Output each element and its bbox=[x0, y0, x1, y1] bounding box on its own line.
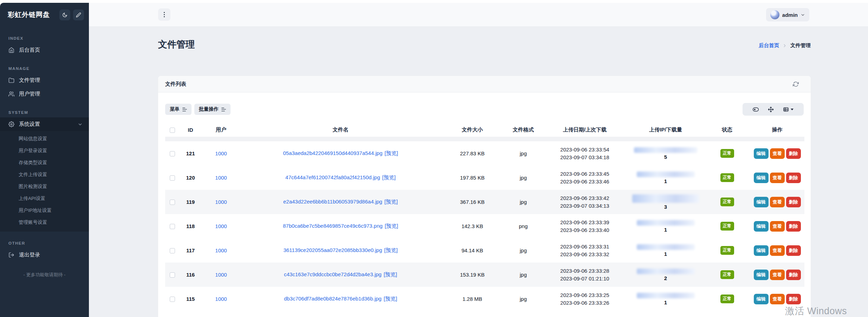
delete-button[interactable]: 删除 bbox=[786, 270, 801, 280]
view-button[interactable]: 查看 bbox=[770, 294, 785, 304]
status-badge: 正常 bbox=[720, 246, 734, 255]
kebab-menu-button[interactable] bbox=[158, 8, 170, 21]
sidebar-item-logout[interactable]: 退出登录 bbox=[0, 248, 89, 262]
sidebar-subitem[interactable]: 文件上传设置 bbox=[0, 169, 89, 181]
download-count: 5 bbox=[627, 154, 704, 160]
column-header: 上传日期/上次下载 bbox=[543, 123, 627, 137]
column-header: 操作 bbox=[750, 123, 804, 137]
preview-link[interactable]: [预览] bbox=[382, 174, 396, 180]
brand-logo: 彩虹外链网盘 bbox=[8, 10, 57, 19]
file-table: ID用户文件名文件大小文件格式上传日期/上次下载上传IP/下载量状态操作 121… bbox=[165, 123, 804, 311]
home-icon bbox=[8, 47, 14, 53]
sidebar-item-gear[interactable]: 系统设置 bbox=[0, 117, 89, 131]
upload-dates: 2023-09-06 23:33:452023-09-06 23:33:46 bbox=[543, 166, 627, 190]
batch-actions-button[interactable]: 批量操作 bbox=[194, 104, 231, 115]
preview-link[interactable]: [预览] bbox=[384, 199, 398, 205]
file-format: jpg bbox=[504, 238, 543, 263]
toggle-columns-button[interactable] bbox=[748, 106, 763, 112]
view-button[interactable]: 查看 bbox=[770, 270, 785, 280]
delete-button[interactable]: 删除 bbox=[786, 148, 801, 159]
sidebar-subitem[interactable]: 存储类型设置 bbox=[0, 157, 89, 169]
sidebar-subitem[interactable]: 用户登录设置 bbox=[0, 145, 89, 157]
view-button[interactable]: 查看 bbox=[770, 221, 785, 232]
edit-button[interactable]: 编辑 bbox=[754, 197, 769, 207]
user-link[interactable]: 1000 bbox=[215, 272, 227, 278]
sidebar-subitem[interactable]: 用户IP地址设置 bbox=[0, 205, 89, 216]
delete-button[interactable]: 删除 bbox=[786, 197, 801, 207]
upload-ip-downloads: 1 bbox=[627, 166, 704, 190]
sidebar-subitem[interactable]: 上传API设置 bbox=[0, 193, 89, 205]
user-menu[interactable]: admin bbox=[766, 8, 809, 21]
sidebar-item-folder[interactable]: 文件管理 bbox=[0, 73, 89, 87]
view-button[interactable]: 查看 bbox=[770, 173, 785, 183]
sidebar-item-users[interactable]: 用户管理 bbox=[0, 87, 89, 101]
user-link[interactable]: 1000 bbox=[215, 199, 227, 205]
refresh-button[interactable] bbox=[793, 81, 799, 87]
row-checkbox[interactable] bbox=[170, 224, 175, 229]
filename-link[interactable]: 361139ce202055aa072e2085bb330e0.jpg bbox=[283, 247, 382, 253]
preview-link[interactable]: [预览] bbox=[384, 247, 397, 253]
edit-button[interactable]: 编辑 bbox=[754, 173, 769, 183]
filename-link[interactable]: db3c706df7ad8e0b824e7876eb1d36b.jpg bbox=[284, 296, 382, 302]
move-button[interactable] bbox=[763, 106, 778, 112]
upload-ip-downloads: 1 bbox=[627, 214, 704, 238]
filename-link[interactable]: c43c163e7c9ddccbc0be72d4d2ba4e3.jpg bbox=[284, 271, 382, 277]
logout-icon bbox=[8, 252, 14, 258]
edit-button[interactable]: 编辑 bbox=[754, 221, 769, 232]
status-badge: 正常 bbox=[720, 149, 734, 158]
filename-link[interactable]: 47c644a7ef61200742fa80a2f42150d.jpg bbox=[285, 174, 380, 180]
preview-link[interactable]: [预览] bbox=[384, 271, 397, 277]
theme-brush-button[interactable] bbox=[73, 9, 84, 20]
breadcrumb-home-link[interactable]: 后台首页 bbox=[759, 42, 779, 49]
delete-button[interactable]: 删除 bbox=[786, 294, 801, 304]
delete-button[interactable]: 删除 bbox=[786, 221, 801, 232]
file-size: 197.85 KB bbox=[441, 166, 504, 190]
edit-button[interactable]: 编辑 bbox=[754, 294, 769, 304]
user-link[interactable]: 1000 bbox=[215, 175, 227, 181]
caret-down-icon bbox=[791, 109, 793, 110]
view-button[interactable]: 查看 bbox=[770, 148, 785, 159]
sidebar-section-label: SYSTEM bbox=[8, 110, 80, 115]
table-toolbar: 菜单 批量操作 bbox=[165, 103, 804, 116]
user-link[interactable]: 1000 bbox=[215, 150, 227, 156]
sidebar-submenu: 网站信息设置用户登录设置存储类型设置文件上传设置图片检测设置上传API设置用户I… bbox=[0, 131, 89, 232]
row-checkbox[interactable] bbox=[170, 200, 175, 205]
theme-dark-button[interactable] bbox=[59, 9, 70, 20]
sidebar-subitem[interactable]: 管理账号设置 bbox=[0, 216, 89, 228]
row-checkbox[interactable] bbox=[170, 248, 175, 253]
column-header: 文件大小 bbox=[441, 123, 504, 137]
sidebar-subitem[interactable]: 网站信息设置 bbox=[0, 133, 89, 145]
file-id: 120 bbox=[179, 166, 202, 190]
filename-link[interactable]: e2a43d22ee6bb6b11b06053979d86a4.jpg bbox=[283, 199, 382, 205]
user-link[interactable]: 1000 bbox=[215, 296, 227, 302]
moon-icon bbox=[62, 12, 67, 18]
row-checkbox[interactable] bbox=[170, 297, 175, 302]
view-button[interactable]: 查看 bbox=[770, 197, 785, 207]
table-layout-button[interactable] bbox=[778, 106, 798, 112]
preview-link[interactable]: [预览] bbox=[384, 150, 398, 156]
file-size: 153.19 KB bbox=[441, 263, 504, 287]
filename-link[interactable]: 05a3aeda2b4220469150d440937a544.jpg bbox=[283, 150, 382, 156]
user-link[interactable]: 1000 bbox=[215, 223, 227, 229]
row-checkbox[interactable] bbox=[170, 272, 175, 278]
file-id: 115 bbox=[179, 287, 202, 311]
sidebar-subitem[interactable]: 图片检测设置 bbox=[0, 181, 89, 193]
edit-button[interactable]: 编辑 bbox=[754, 245, 769, 256]
sidebar-item-home[interactable]: 后台首页 bbox=[0, 43, 89, 57]
menu-dropdown-button[interactable]: 菜单 bbox=[165, 104, 192, 115]
table-row: 118100087b0ca6be7c5be8469857ce49c6c973.p… bbox=[165, 214, 804, 238]
row-checkbox[interactable] bbox=[170, 175, 175, 181]
brand-row: 彩虹外链网盘 bbox=[0, 3, 89, 27]
filename-link[interactable]: 87b0ca6be7c5be8469857ce49c6c973.png bbox=[283, 223, 383, 229]
user-link[interactable]: 1000 bbox=[215, 247, 227, 253]
delete-button[interactable]: 删除 bbox=[786, 245, 801, 256]
row-checkbox[interactable] bbox=[170, 151, 175, 156]
view-button[interactable]: 查看 bbox=[770, 245, 785, 256]
kebab-icon bbox=[164, 12, 165, 13]
preview-link[interactable]: [预览] bbox=[385, 223, 398, 229]
select-all-checkbox[interactable] bbox=[170, 128, 175, 133]
edit-button[interactable]: 编辑 bbox=[754, 148, 769, 159]
delete-button[interactable]: 删除 bbox=[786, 173, 801, 183]
preview-link[interactable]: [预览] bbox=[384, 296, 397, 302]
edit-button[interactable]: 编辑 bbox=[754, 270, 769, 280]
